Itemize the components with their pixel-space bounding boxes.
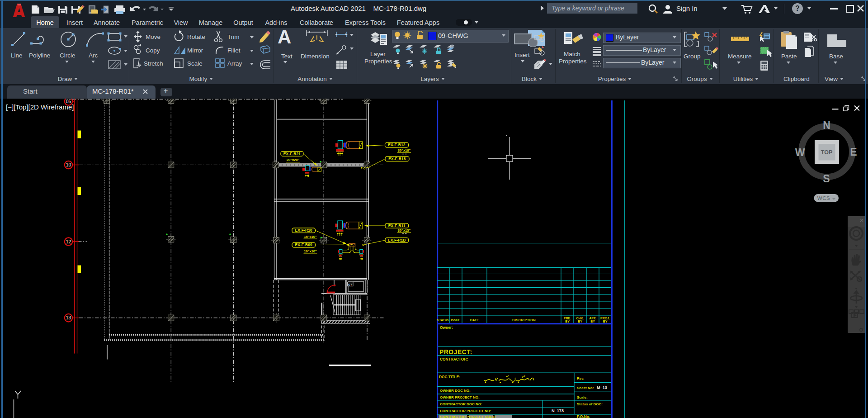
svg-text:DISCRIPTION: DISCRIPTION: [512, 318, 536, 322]
svg-text:EX.F-R10: EX.F-R10: [295, 228, 313, 233]
svg-text:EX.F-R21: EX.F-R21: [283, 152, 301, 156]
svg-text:20"x20": 20"x20": [287, 158, 300, 162]
svg-text:PROJ.: PROJ.: [600, 317, 610, 320]
svg-text:P.O.No:: P.O.No:: [577, 414, 590, 418]
svg-text:07: 07: [348, 283, 352, 287]
svg-text:N–178: N–178: [552, 408, 564, 413]
svg-text:30"x18": 30"x18": [398, 148, 411, 152]
svg-text:S: S: [823, 173, 830, 185]
svg-text:M–13: M–13: [597, 385, 607, 390]
svg-text:W: W: [795, 147, 805, 158]
svg-text:13: 13: [66, 315, 71, 320]
svg-text:10: 10: [66, 162, 71, 167]
svg-text:Owner:: Owner:: [440, 325, 453, 330]
svg-text:TOP: TOP: [821, 149, 832, 156]
svg-text:Scale:: Scale:: [577, 395, 588, 399]
svg-text:CHK.: CHK.: [576, 317, 584, 320]
svg-text:30"x15": 30"x15": [398, 228, 411, 233]
svg-text:EX.F-R18: EX.F-R18: [388, 157, 406, 161]
svg-text:BY: BY: [578, 320, 582, 323]
svg-text:CONTRACTOR DOC NO:: CONTRACTOR DOC NO:: [440, 402, 482, 406]
svg-text:10"x10": 10"x10": [304, 249, 317, 253]
svg-text:DATE: DATE: [470, 318, 479, 322]
svg-text:BY: BY: [603, 320, 608, 323]
svg-text:EX.F-R09: EX.F-R09: [295, 242, 313, 247]
svg-text:15"x10": 15"x10": [304, 235, 317, 239]
svg-text:BY: BY: [590, 320, 595, 323]
svg-text:CONTRACTOR PROJECT NO:: CONTRACTOR PROJECT NO:: [440, 409, 491, 413]
svg-text:EX.F-R1B: EX.F-R1B: [388, 238, 406, 242]
svg-text:STATUS: STATUS: [437, 318, 449, 322]
svg-text:EX.F-R12: EX.F-R12: [388, 142, 406, 147]
svg-text:Sheet No:: Sheet No:: [577, 386, 594, 390]
svg-text:WCS: WCS: [817, 195, 830, 201]
svg-text:CONTRACTOR:: CONTRACTOR:: [440, 357, 468, 361]
svg-text:ISSUE: ISSUE: [451, 318, 460, 322]
svg-text:12: 12: [66, 239, 71, 244]
svg-text:PROJECT:: PROJECT:: [439, 349, 472, 356]
svg-text:OWNER PROJECT NO:: OWNER PROJECT NO:: [440, 395, 480, 399]
svg-text:OWNER DOC NO:: OWNER DOC NO:: [440, 389, 471, 393]
svg-text:EX.F-R11: EX.F-R11: [388, 223, 406, 228]
svg-text:PRE.: PRE.: [564, 317, 571, 320]
svg-text:E: E: [850, 146, 857, 158]
svg-text:DOC TITLE:: DOC TITLE:: [439, 375, 460, 379]
svg-text:APP.: APP.: [589, 317, 596, 320]
svg-text:N: N: [823, 119, 830, 131]
svg-text:CONTRACTOR PROJECT CODE:: CONTRACTOR PROJECT CODE:: [440, 415, 496, 418]
svg-text:Rev.: Rev.: [577, 376, 584, 380]
svg-text:Status of DOC:: Status of DOC:: [577, 402, 603, 406]
svg-text:BY: BY: [565, 320, 570, 323]
